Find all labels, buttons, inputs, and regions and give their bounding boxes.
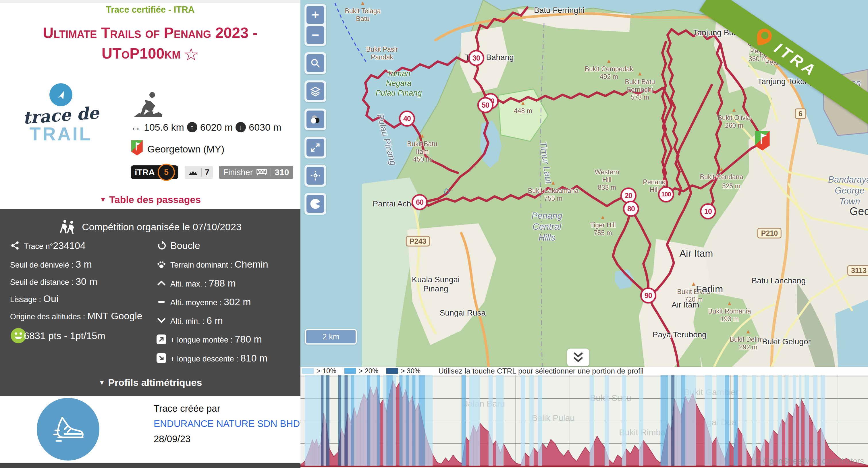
detail-label: Alti. moyenne : [170,298,224,307]
creation-date: 28/09/23 [154,431,300,446]
locate-button[interactable] [307,167,324,185]
road-shield: P243 [406,236,430,247]
grade-swatch-label: > 10% [316,367,336,375]
km-marker-90[interactable]: 90 [640,287,656,304]
chevron-down-icon [157,316,167,330]
itra-badge[interactable]: iTRA 5 [131,165,178,179]
control-group [305,193,326,215]
finisher-label: Finisher [223,168,253,177]
peak-triangle-icon: ▲ [606,58,612,64]
mountain-level-badge[interactable]: 7 [185,166,213,179]
trail-runner-icon [131,91,291,121]
descent-icon: ↓ [236,122,246,132]
grade-swatch-label: > 20% [359,367,378,375]
competition-header: Compétition organisée le 07/10/2023 [0,219,301,234]
map-label: Penang Central Hills [532,211,562,243]
km-marker-50[interactable]: 50 [477,97,493,113]
km-marker-60[interactable]: 60 [412,194,428,210]
km-marker-100[interactable]: 100 [658,186,674,202]
page-title: Ultimate Trails of Penang 2023 - UToP100… [0,22,301,65]
trail-stats: ↔ 105.6 km ↑ 6020 m ↓ 6030 m Georgetown … [131,91,291,179]
peak-triangle-icon: ▲ [600,214,606,220]
leaflet-map[interactable]: ▲Bukit Telaga BatuBukit Pasir PandakTama… [301,0,868,367]
map-label: Farlim [696,283,723,294]
detail-row: Lissage : Oui [10,293,152,306]
top-strip [0,0,301,3]
search-button[interactable] [307,54,324,72]
detail-row: Alti. moyenne : 302 m [157,296,297,311]
detail-value: Oui [43,293,59,304]
sidebar: Trace certifiée - ITRA Ultimate Trails o… [0,0,301,468]
km-marker-40[interactable]: 40 [399,111,415,127]
title-line2: UToP100km [102,45,181,62]
zoom-out-button[interactable]: − [307,26,324,44]
map-label: Bukit Batu Itam 450 m [407,140,437,163]
control-group [305,81,326,102]
dash-icon [157,297,167,311]
detail-label: Lissage : [10,295,43,304]
table-section-label: Table des passages [110,194,201,205]
map-label: Bukit Olivia 260 m [717,114,750,129]
fullscreen-button[interactable] [307,139,324,156]
distance-icon: ↔ [131,121,141,133]
control-group [305,165,326,187]
detail-value: Boucle [170,240,200,251]
basemap-button[interactable] [307,111,324,128]
detail-label: Seuil de dénivelé : [10,261,75,269]
zoom-in-button[interactable]: + [307,6,324,24]
map-label: Western Hill 833 m [595,168,619,191]
elevation-profile-section[interactable]: > 10%> 20%> 30%Utilisez la touche CTRL p… [301,367,868,468]
map-label: Bukit Laksamana 755 m [528,187,579,202]
profils-altimetriques-toggle[interactable]: ▼Profils altimétriques [0,377,301,388]
detail-row: Alti. min. : 6 m [157,315,297,330]
map-collapse-button[interactable] [567,349,589,366]
start-flag-icon [131,139,143,158]
arrow-up-right-icon [157,335,167,349]
detail-value: 810 m [240,352,268,364]
map-label: 525 m [722,182,741,190]
author-link[interactable]: ENDURANCE NATURE SDN BHD [154,416,300,431]
table-des-passages-toggle[interactable]: ▼Table des passages [0,194,301,205]
map-label: Paya Terubong [653,330,707,339]
map-label: Bukit Delima 292 m [730,336,767,351]
km-marker-10[interactable]: 10 [700,203,716,219]
control-group [305,137,326,158]
credits-text: Trace créée par ENDURANCE NATURE SDN BHD… [154,401,300,446]
map-label: Air Itam [679,248,713,259]
details-column-left: Trace n°234104Seuil de dénivelé : 3 mSeu… [10,240,152,352]
paw-icon [157,259,167,274]
map-label: Tiger Hill 755 m [590,221,616,237]
detail-value: 30 m [75,276,97,287]
shoe-icon [37,398,99,461]
bottom-strip [0,463,301,468]
layers-button[interactable] [307,83,324,100]
grade-swatch [344,368,356,374]
map-label: Bukit Gelugor [762,337,811,346]
road-shield: 3113 [847,265,868,276]
itra-score: 5 [158,164,175,181]
km-marker-30[interactable]: 30 [468,50,484,66]
detail-value: 234104 [53,240,85,251]
distance-elevation-line: ↔ 105.6 km ↑ 6020 m ↓ 6030 m [131,121,291,133]
detail-row: Boucle [157,240,297,255]
runners-group-icon [59,219,77,234]
ascent-icon: ↑ [187,122,197,132]
road-shield: P210 [757,228,781,239]
osm-attribution[interactable]: © OpenStreetMap contributors [755,457,864,466]
km-marker-80[interactable]: 80 [623,201,639,217]
map-label: Batu Ferringhi [534,6,585,15]
detail-value: Chemin [235,259,268,270]
peak-triangle-icon: ▲ [731,106,737,113]
finisher-badge[interactable]: Finisher 310 [219,166,293,179]
location-line: Georgetown (MY) [131,139,291,158]
start-finish-marker[interactable] [754,130,771,152]
detail-label: + longue montée : [170,336,235,344]
road-shield: 6 [795,108,806,119]
streetview-button[interactable] [307,195,324,213]
favorite-star-icon[interactable]: ☆ [183,45,199,64]
detail-row: Alti. max. : 788 m [157,277,297,292]
detail-value: MNT Google [87,310,143,321]
logo-arrow-icon [50,83,72,106]
detail-row: Terrain dominant : Chemin [157,258,297,273]
detail-row: + longue montée : 780 m [157,333,297,348]
